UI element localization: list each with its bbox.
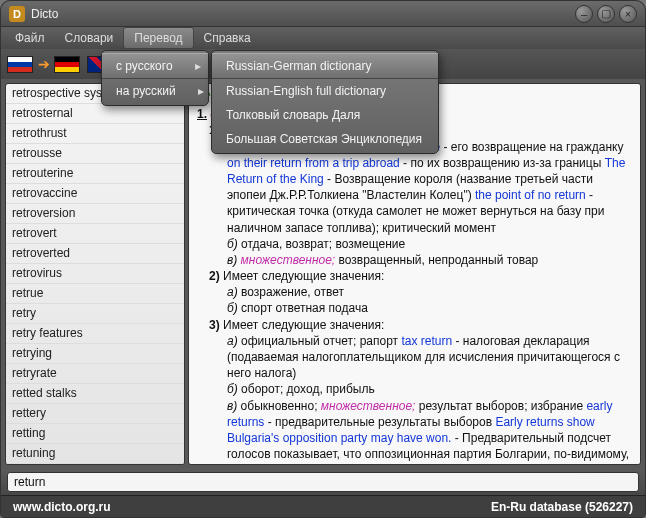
translate-submenu: Russian-German dictionary Russian-Englis… [211,50,439,154]
titlebar: D Dicto – ▢ × [1,1,645,27]
menu-dictionaries[interactable]: Словари [55,28,124,48]
sub1b: отдача, возврат; возмещение [241,237,405,251]
chevron-right-icon: ▸ [198,84,204,98]
list-item[interactable]: retrovert [6,224,184,244]
menu-file[interactable]: Файл [5,28,55,48]
app-title: Dicto [31,7,575,21]
translate-menu: с русского▸ на русский▸ [101,50,209,106]
maximize-button[interactable]: ▢ [597,5,615,23]
search-bar [1,469,645,495]
list-item[interactable]: retrovirus [6,264,184,284]
list-item[interactable]: retrying [6,344,184,364]
list-item[interactable]: retryrate [6,364,184,384]
submenu-ru-de[interactable]: Russian-German dictionary [212,53,438,79]
sub3-text: Имеет следующие значения: [223,318,384,332]
app-icon: D [9,6,25,22]
list-item[interactable]: retrousse [6,144,184,164]
submenu-bse[interactable]: Большая Советская Энциклопедия [212,127,438,151]
list-item[interactable]: retrouterine [6,164,184,184]
menubar: Файл Словари Перевод Справка [1,27,645,49]
list-item[interactable]: retry features [6,324,184,344]
arrow-right-icon: ➔ [38,56,50,72]
flag-de-icon[interactable] [54,56,80,73]
list-item[interactable]: return [6,464,184,465]
minimize-button[interactable]: – [575,5,593,23]
menu-help[interactable]: Справка [194,28,261,48]
menu-from-russian[interactable]: с русского▸ [102,53,208,79]
window-buttons: – ▢ × [575,5,637,23]
list-item[interactable]: retrovaccine [6,184,184,204]
menu-to-russian[interactable]: на русский▸ [102,79,208,103]
sub2-text: Имеет следующие значения: [223,269,384,283]
submenu-ru-en[interactable]: Russian-English full dictionary [212,79,438,103]
list-item[interactable]: retuning [6,444,184,464]
list-item[interactable]: retry [6,304,184,324]
chevron-right-icon: ▸ [195,59,201,73]
list-item[interactable]: retrosternal [6,104,184,124]
list-item[interactable]: retted stalks [6,384,184,404]
menu-translate[interactable]: Перевод [123,27,193,49]
search-input[interactable] [7,472,639,492]
close-button[interactable]: × [619,5,637,23]
status-left: www.dicto.org.ru [13,500,111,514]
list-item[interactable]: retting [6,424,184,444]
submenu-dal[interactable]: Толковый словарь Даля [212,103,438,127]
list-item[interactable]: retroverted [6,244,184,264]
status-bar: www.dicto.org.ru En-Ru database (526227) [1,495,645,517]
list-item[interactable]: retrothrust [6,124,184,144]
status-right: En-Ru database (526227) [491,500,633,514]
app-window: D Dicto – ▢ × Файл Словари Перевод Справ… [0,0,646,518]
word-list[interactable]: retrospective systretrosternalretrothrus… [5,83,185,465]
list-item[interactable]: retroversion [6,204,184,224]
flag-ru-icon[interactable] [7,56,33,73]
list-item[interactable]: rettery [6,404,184,424]
list-item[interactable]: retrue [6,284,184,304]
